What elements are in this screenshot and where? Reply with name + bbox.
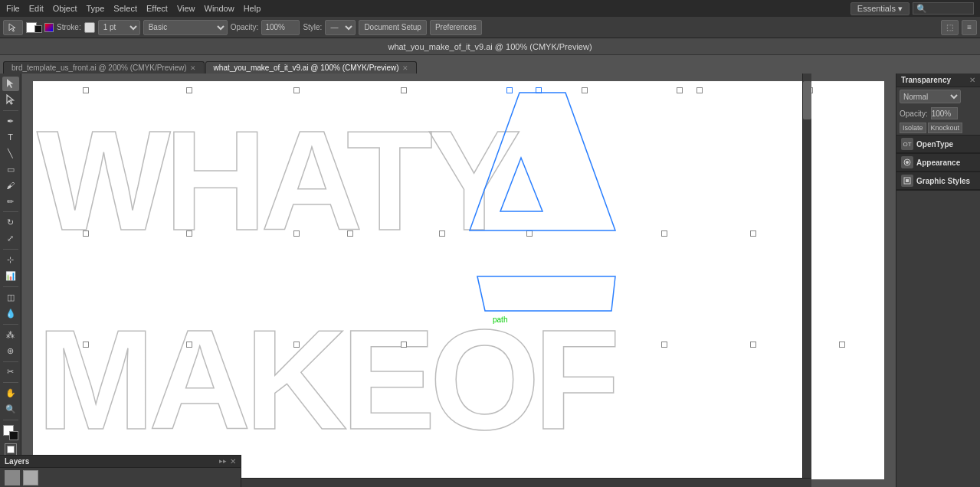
scrollbar-thumb[interactable]: [803, 81, 811, 119]
isolate-btn[interactable]: Isolate: [900, 123, 926, 133]
opentype-icon: OT: [901, 138, 913, 150]
tab-1-close[interactable]: ✕: [190, 64, 196, 72]
document-setup-button[interactable]: Document Setup: [359, 20, 427, 35]
transparency-panel-close[interactable]: ✕: [969, 76, 975, 84]
style-label: Style:: [303, 23, 322, 31]
layer-thumbnail-2[interactable]: [23, 470, 38, 485]
color-swatches[interactable]: [3, 425, 18, 440]
pen-tool[interactable]: ✒: [2, 114, 19, 129]
rotate-tool[interactable]: ↻: [2, 215, 19, 230]
preferences-button[interactable]: Preferences: [430, 20, 482, 35]
handle-1: [83, 87, 89, 93]
select-tool[interactable]: [2, 77, 19, 91]
opacity-input[interactable]: 100%: [261, 20, 300, 35]
blend-tool[interactable]: ⁂: [2, 328, 19, 342]
essentials-dropdown[interactable]: Essentials ▾: [851, 2, 910, 15]
vertical-scrollbar[interactable]: [802, 74, 811, 487]
handle-m8: [750, 230, 756, 237]
graphic-styles-icon: [901, 175, 913, 187]
bottom-text: MAKEOF: [37, 309, 615, 451]
line-tool[interactable]: ╲: [2, 146, 19, 161]
handle-5-selected: [506, 87, 513, 93]
handle-m7: [661, 230, 667, 237]
handle-b4: [401, 342, 407, 348]
search-input[interactable]: [913, 2, 974, 15]
menu-object[interactable]: Object: [53, 4, 77, 13]
handle-b6: [750, 342, 756, 348]
graphic-styles-panel-header[interactable]: Graphic Styles: [896, 172, 980, 190]
handle-b2: [186, 342, 192, 348]
handle-9: [696, 87, 703, 93]
workspace-btn[interactable]: ≡: [962, 20, 977, 35]
handle-m5: [439, 230, 445, 237]
handle-b5: [661, 342, 667, 348]
graphic-styles-panel-title: Graphic Styles: [916, 177, 970, 185]
direct-select-tool[interactable]: [2, 93, 19, 107]
menu-view[interactable]: View: [177, 4, 195, 13]
handle-m1: [83, 230, 89, 237]
hand-tool[interactable]: ✋: [2, 386, 19, 400]
menu-file[interactable]: File: [6, 4, 20, 13]
menu-window[interactable]: Window: [205, 4, 234, 13]
opentype-panel-header[interactable]: OT OpenType: [896, 136, 980, 153]
layer-thumbnail-1[interactable]: [5, 470, 20, 485]
selection-tool-icon: [8, 23, 18, 32]
canvas-area: WHATY MAKEOF: [21, 74, 896, 487]
style-select[interactable]: —: [325, 20, 356, 35]
handle-b1: [83, 342, 89, 348]
stroke-label: Stroke:: [57, 23, 81, 31]
arrange-btn[interactable]: ⬚: [941, 20, 959, 35]
blend-mode-select[interactable]: Normal Multiply Screen Overlay: [900, 90, 961, 103]
tab-1[interactable]: brd_template_us_front.ai @ 200% (CMYK/Pr…: [3, 61, 205, 74]
handle-b7: [839, 342, 845, 348]
pencil-tool[interactable]: ✏: [2, 194, 19, 209]
rect-tool[interactable]: ▭: [2, 162, 19, 177]
gradient-tool[interactable]: ◫: [2, 290, 19, 305]
knockout-btn[interactable]: Knockout: [928, 123, 963, 133]
tab-2[interactable]: what_you_make_of_it_v9.ai @ 100% (CMYK/P…: [205, 61, 417, 74]
stroke-dropdown[interactable]: Basic: [143, 20, 228, 35]
menu-help[interactable]: Help: [244, 4, 261, 13]
opacity-label: Opacity:: [231, 23, 259, 31]
document-title: what_you_make_of_it_v9.ai @ 100% (CMYK/P…: [388, 42, 592, 51]
handle-8: [677, 87, 683, 93]
appearance-panel-header[interactable]: Appearance: [896, 154, 980, 172]
handle-2: [186, 87, 192, 93]
symbol-tool[interactable]: ⊛: [2, 344, 19, 358]
handle-3: [293, 87, 300, 93]
zoom-tool[interactable]: 🔍: [2, 402, 19, 417]
stroke-width-select[interactable]: 1 pt 0.5 pt 2 pt 3 pt: [98, 20, 140, 35]
right-panels: Transparency ✕ Normal Multiply Screen Ov…: [896, 74, 980, 487]
svg-rect-4: [906, 179, 909, 182]
warp-tool[interactable]: ⊹: [2, 253, 19, 267]
slice-tool[interactable]: ✂: [2, 364, 19, 379]
handle-m6: [526, 230, 533, 237]
scale-tool[interactable]: ⤢: [2, 231, 19, 246]
type-tool[interactable]: T: [2, 130, 19, 145]
menu-select[interactable]: Select: [113, 4, 137, 13]
eyedropper-tool[interactable]: 💧: [2, 306, 19, 321]
menu-type[interactable]: Type: [87, 4, 105, 13]
handle-6-selected: [536, 87, 542, 93]
menu-edit[interactable]: Edit: [29, 4, 44, 13]
stroke-color-box[interactable]: [26, 22, 54, 33]
handle-m2: [186, 230, 192, 237]
transparency-opacity[interactable]: [931, 107, 958, 119]
stroke-color-swatch[interactable]: [84, 22, 95, 33]
svg-point-2: [906, 161, 909, 164]
fill-stroke-controls[interactable]: [5, 443, 17, 456]
handle-m4: [347, 230, 353, 237]
menu-effect[interactable]: Effect: [146, 4, 168, 13]
handle-4: [401, 87, 407, 93]
appearance-panel-title: Appearance: [916, 159, 960, 167]
layers-panel: Layers ▸▸ ✕: [0, 455, 241, 487]
layers-close-btn[interactable]: ✕: [230, 457, 236, 466]
paintbrush-tool[interactable]: 🖌: [2, 178, 19, 193]
graph-tool[interactable]: 📊: [2, 269, 19, 283]
selection-tool-btn[interactable]: [3, 20, 23, 35]
layers-expand-btn[interactable]: ▸▸: [219, 457, 227, 466]
handle-m3: [293, 230, 300, 237]
transparency-panel-title: Transparency: [901, 76, 951, 84]
tab-2-close[interactable]: ✕: [402, 64, 408, 72]
handle-7: [582, 87, 588, 93]
